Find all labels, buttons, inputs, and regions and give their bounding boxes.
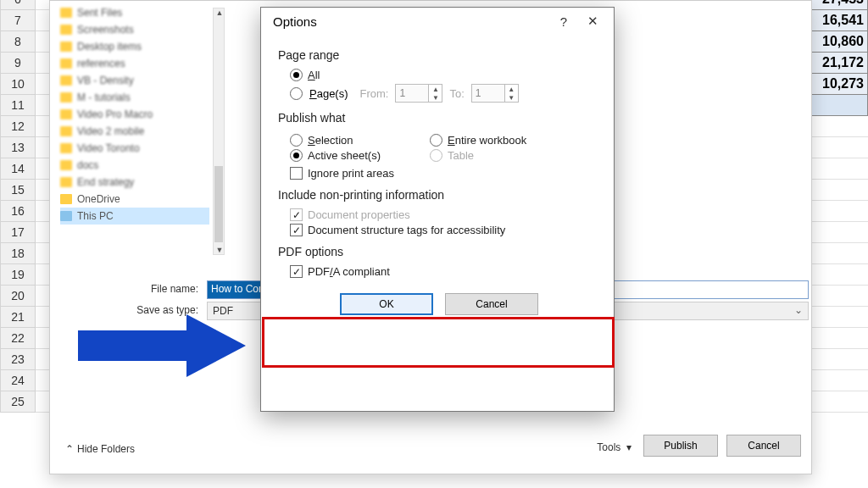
folder-tree[interactable]: Sent FilesScreenshotsDesktop itemsrefere… (58, 1, 211, 255)
spin-down-icon: ▼ (429, 93, 442, 102)
folder-icon (60, 42, 72, 52)
folder-item[interactable]: End strategy (60, 174, 209, 191)
close-button[interactable]: ✕ (578, 10, 607, 32)
radio-selection[interactable]: Selection (290, 134, 381, 147)
titlebar: Options ? ✕ (261, 8, 614, 35)
radio-active-sheets[interactable]: Active sheet(s) (290, 149, 381, 162)
ok-button[interactable]: OK (340, 293, 433, 315)
folder-icon (60, 194, 72, 204)
from-label: From: (360, 87, 389, 100)
folder-item[interactable]: references (60, 55, 209, 72)
radio-icon (290, 69, 303, 81)
folder-icon (60, 126, 72, 136)
row-header[interactable]: 21 (0, 307, 36, 328)
checkbox-icon (290, 167, 303, 180)
row-header[interactable]: 22 (0, 328, 36, 349)
radio-icon (430, 134, 442, 147)
row-header[interactable]: 25 (0, 391, 36, 413)
publish-button[interactable]: Publish (643, 435, 718, 457)
spin-up-icon: ▲ (505, 85, 518, 93)
hide-folders-toggle[interactable]: ⌃ Hide Folders (65, 443, 135, 455)
checkbox-icon (290, 265, 303, 278)
spin-up-icon: ▲ (429, 85, 442, 93)
scroll-up-icon[interactable]: ▲ (215, 8, 224, 17)
row-header[interactable]: 24 (0, 370, 36, 391)
check-pdfa-compliant[interactable]: PDF/A compliant (290, 265, 600, 278)
folder-icon (60, 8, 72, 18)
folder-item[interactable]: OneDrive (60, 191, 209, 208)
help-button[interactable]: ? (549, 10, 578, 32)
radio-icon (430, 149, 442, 162)
scroll-thumb[interactable] (214, 166, 223, 242)
folder-item[interactable]: Sent Files (60, 4, 209, 21)
row-header[interactable]: 11 (0, 95, 36, 116)
row-header[interactable]: 7 (0, 10, 36, 31)
row-header[interactable]: 16 (0, 201, 36, 222)
folder-item[interactable]: docs (60, 157, 209, 174)
from-spinner[interactable]: ▲▼ (395, 84, 442, 103)
row-header[interactable]: 10 (0, 74, 36, 95)
folder-scrollbar[interactable]: ▲ ▼ (213, 8, 225, 255)
row-header[interactable]: 17 (0, 222, 36, 243)
tools-dropdown[interactable]: Tools ▾ (597, 441, 632, 453)
radio-all[interactable]: All (290, 69, 600, 81)
check-doc-properties: Document properties (290, 208, 600, 221)
checkbox-icon (290, 208, 303, 221)
folder-icon (60, 160, 72, 170)
publish-what-group: Publish what (278, 111, 600, 125)
checkbox-icon (290, 224, 303, 236)
chevron-up-icon: ⌃ (65, 443, 74, 455)
pdf-options-group: PDF options (278, 245, 600, 258)
to-spinner[interactable]: ▲▼ (471, 84, 519, 103)
row-header[interactable]: 9 (0, 53, 36, 74)
filename-label: File name: (131, 283, 198, 295)
folder-item[interactable]: VB - Density (60, 72, 209, 89)
folder-icon (60, 109, 72, 119)
check-ignore-print-areas[interactable]: Ignore print areas (290, 167, 600, 180)
save-type-label: Save as type: (131, 304, 198, 316)
page-range-group: Page range (278, 48, 600, 62)
dialog-title: Options (273, 14, 549, 29)
save-type-value: PDF (213, 305, 233, 317)
folder-icon (60, 143, 72, 153)
radio-entire-workbook[interactable]: Entire workbook (430, 134, 526, 147)
check-structure-tags[interactable]: Document structure tags for accessibilit… (290, 224, 600, 236)
cancel-button[interactable]: Cancel (726, 435, 801, 457)
folder-icon (60, 75, 72, 86)
row-header[interactable]: 23 (0, 349, 36, 370)
folder-item[interactable]: Video 2 mobile (60, 123, 209, 140)
folder-item[interactable]: Desktop items (60, 38, 209, 55)
radio-icon (290, 134, 303, 147)
options-dialog: Options ? ✕ Page range All Page(s) From:… (260, 7, 615, 412)
row-header[interactable]: 20 (0, 286, 36, 307)
radio-icon (290, 149, 303, 162)
include-group: Include non-printing information (278, 188, 600, 202)
folder-item[interactable]: Video Toronto (60, 140, 209, 157)
row-header[interactable]: 6 (0, 0, 36, 10)
to-label: To: (449, 87, 464, 100)
folder-icon (60, 177, 72, 187)
folder-icon (60, 92, 72, 103)
spin-down-icon: ▼ (505, 93, 518, 102)
cancel-button[interactable]: Cancel (445, 293, 538, 315)
folder-item[interactable]: Video Pro Macro (60, 106, 209, 123)
folder-icon (60, 25, 72, 35)
folder-item[interactable]: This PC (60, 208, 209, 225)
pc-icon (60, 211, 72, 221)
row-header[interactable]: 14 (0, 158, 36, 180)
row-header[interactable]: 13 (0, 137, 36, 158)
row-header[interactable]: 15 (0, 180, 36, 201)
row-header[interactable]: 19 (0, 264, 36, 286)
row-header[interactable]: 8 (0, 31, 36, 53)
folder-item[interactable]: M - tutorials (60, 89, 209, 106)
scroll-down-icon[interactable]: ▼ (215, 246, 224, 254)
row-header[interactable]: 12 (0, 116, 36, 137)
folder-icon (60, 58, 72, 69)
radio-pages[interactable] (290, 87, 303, 100)
row-header[interactable]: 18 (0, 243, 36, 264)
folder-item[interactable]: Screenshots (60, 21, 209, 38)
radio-table: Table (430, 149, 526, 162)
